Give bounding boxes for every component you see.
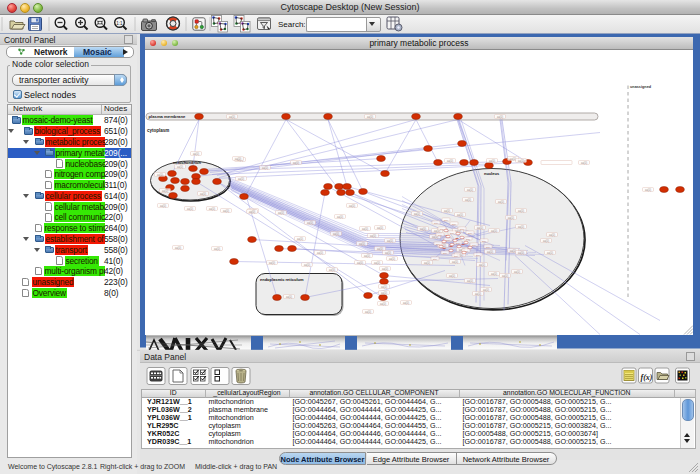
svg-text:aa(0): aa(0) — [200, 191, 206, 195]
svg-text:aa(0): aa(0) — [385, 250, 391, 254]
svg-text:aa(0): aa(0) — [365, 309, 371, 313]
svg-text:1:1: 1:1 — [116, 21, 123, 26]
svg-text:aa(0): aa(0) — [333, 231, 339, 235]
svg-text:aa(0): aa(0) — [475, 291, 481, 295]
svg-text:aa(0): aa(0) — [162, 188, 168, 192]
svg-text:aa(0): aa(0) — [483, 287, 489, 291]
svg-text:a(0): a(0) — [466, 237, 470, 239]
svg-text:a(0): a(0) — [450, 231, 454, 233]
svg-text:aa(0): aa(0) — [487, 249, 493, 253]
svg-text:a(0): a(0) — [472, 243, 476, 245]
svg-text:aa(0): aa(0) — [491, 228, 497, 232]
svg-text:f(x): f(x) — [641, 373, 653, 382]
svg-text:aa(0): aa(0) — [489, 158, 495, 162]
svg-text:aa(0): aa(0) — [214, 246, 220, 250]
svg-text:aa(0): aa(0) — [238, 176, 244, 180]
svg-text:aa(0): aa(0) — [249, 209, 255, 213]
svg-text:a(0): a(0) — [456, 241, 460, 243]
svg-text:aa(0): aa(0) — [235, 156, 241, 160]
svg-text:aa(0): aa(0) — [444, 208, 450, 212]
svg-text:a(0): a(0) — [440, 227, 444, 229]
svg-text:aa(0): aa(0) — [380, 301, 386, 305]
svg-text:aa(0): aa(0) — [449, 273, 455, 277]
svg-text:aa(0): aa(0) — [389, 256, 395, 260]
svg-text:aa(0): aa(0) — [187, 206, 193, 210]
svg-text:nucleus: nucleus — [484, 171, 500, 176]
svg-text:aa(0): aa(0) — [514, 269, 520, 273]
svg-text:a(0): a(0) — [433, 257, 437, 259]
svg-text:aa(0): aa(0) — [457, 212, 463, 216]
svg-text:aa(0): aa(0) — [518, 208, 524, 212]
svg-text:a(0): a(0) — [452, 222, 456, 224]
svg-text:aa(0): aa(0) — [307, 220, 313, 224]
svg-text:a(0): a(0) — [460, 227, 464, 229]
svg-text:aa(0): aa(0) — [193, 151, 199, 155]
svg-text:aa(0): aa(0) — [357, 260, 363, 264]
svg-text:aa(0): aa(0) — [467, 278, 473, 282]
svg-text:a(0): a(0) — [434, 221, 438, 223]
svg-text:aa(0): aa(0) — [374, 260, 380, 264]
svg-text:a(0): a(0) — [454, 254, 458, 256]
svg-text:a(0): a(0) — [468, 231, 472, 233]
svg-text:cytoplasm: cytoplasm — [147, 127, 169, 132]
svg-text:aa(0): aa(0) — [297, 236, 303, 240]
svg-text:aa(0): aa(0) — [497, 114, 503, 118]
svg-text:aa(0): aa(0) — [547, 250, 553, 254]
svg-text:aa(0): aa(0) — [414, 211, 420, 215]
svg-text:aa(0): aa(0) — [286, 294, 292, 298]
svg-text:Search:: Search: — [278, 20, 306, 29]
svg-text:aa(0): aa(0) — [175, 245, 181, 249]
svg-text:aa(0): aa(0) — [223, 208, 229, 212]
svg-text:aa(0): aa(0) — [364, 253, 370, 257]
svg-text:aa(0): aa(0) — [452, 259, 458, 263]
svg-text:aa(0): aa(0) — [467, 187, 473, 191]
svg-text:a(0): a(0) — [482, 239, 486, 241]
svg-text:aa(0): aa(0) — [543, 238, 549, 242]
svg-text:aa(0): aa(0) — [381, 290, 387, 294]
svg-text:aa(0): aa(0) — [367, 114, 373, 118]
svg-text:a(0): a(0) — [436, 242, 440, 244]
svg-text:aa(0): aa(0) — [209, 206, 215, 210]
svg-text:aa(0): aa(0) — [387, 238, 393, 242]
svg-text:a(0): a(0) — [438, 233, 442, 235]
svg-text:aa(0): aa(0) — [502, 273, 508, 277]
svg-text:aa(0): aa(0) — [177, 164, 183, 168]
svg-text:plasma membrane: plasma membrane — [149, 114, 186, 119]
svg-text:a(0): a(0) — [486, 245, 490, 247]
svg-text:aa(0): aa(0) — [510, 156, 516, 160]
svg-text:aa(0): aa(0) — [477, 225, 483, 229]
svg-text:a(0): a(0) — [443, 251, 447, 253]
svg-text:aa(0): aa(0) — [229, 114, 235, 118]
svg-text:aa(0): aa(0) — [479, 262, 485, 266]
svg-text:aa(0): aa(0) — [447, 158, 453, 162]
svg-text:aa(0): aa(0) — [381, 284, 387, 288]
svg-text:aa(0): aa(0) — [262, 165, 268, 169]
svg-text:aa(0): aa(0) — [498, 199, 504, 203]
svg-text:aa(0): aa(0) — [337, 214, 343, 218]
svg-text:aa(0): aa(0) — [518, 158, 524, 162]
svg-text:aa(0): aa(0) — [377, 225, 383, 229]
svg-text:aa(0): aa(0) — [465, 197, 471, 201]
svg-text:aa(0): aa(0) — [370, 233, 376, 237]
svg-text:aa(0): aa(0) — [329, 267, 335, 271]
svg-text:aa(0): aa(0) — [645, 187, 651, 191]
svg-text:a(0): a(0) — [446, 238, 450, 240]
svg-text:a(0): a(0) — [444, 218, 448, 220]
svg-text:aa(0): aa(0) — [160, 203, 166, 207]
svg-text:aa(0): aa(0) — [508, 215, 514, 219]
svg-text:aa(0): aa(0) — [359, 241, 365, 245]
svg-text:aa(0): aa(0) — [510, 248, 516, 252]
svg-text:aa(0): aa(0) — [403, 300, 409, 304]
svg-text:aa(0): aa(0) — [278, 210, 284, 214]
svg-text:aa(0): aa(0) — [518, 250, 524, 254]
svg-text:aa(0): aa(0) — [349, 203, 355, 207]
svg-text:aa(0): aa(0) — [549, 232, 555, 236]
svg-text:aa(0): aa(0) — [382, 266, 388, 270]
svg-text:aa(0): aa(0) — [420, 226, 426, 230]
svg-text:aa(0): aa(0) — [491, 271, 497, 275]
svg-text:aa(0): aa(0) — [293, 160, 299, 164]
svg-text:unassigned: unassigned — [630, 85, 652, 89]
svg-text:aa(0): aa(0) — [424, 260, 430, 264]
svg-text:aa(0): aa(0) — [518, 224, 524, 228]
svg-text:a(0): a(0) — [476, 253, 480, 255]
